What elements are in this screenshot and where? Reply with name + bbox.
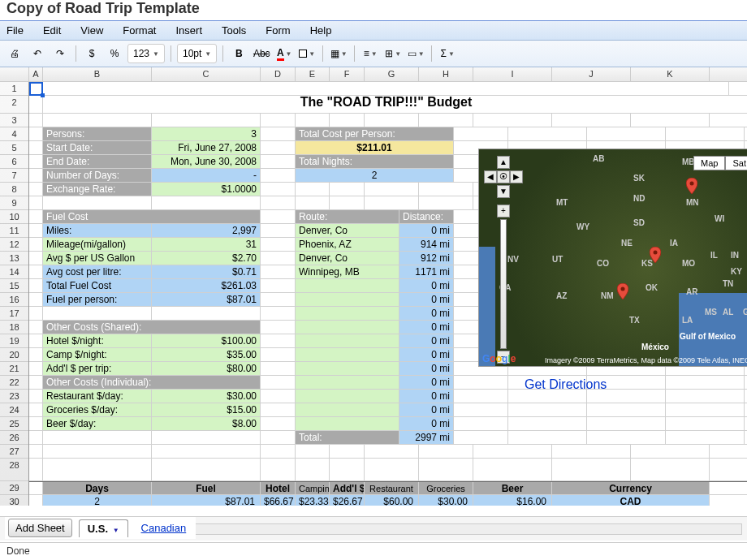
row-header[interactable]: 25: [0, 417, 28, 431]
bold-button[interactable]: B: [229, 44, 248, 63]
menu-form[interactable]: Form: [266, 24, 290, 37]
col-header[interactable]: D: [261, 67, 296, 81]
row-header[interactable]: 9: [0, 196, 28, 210]
fill-handle[interactable]: [41, 93, 45, 97]
undo-icon[interactable]: ↶: [28, 44, 47, 63]
format-more[interactable]: 123▼: [127, 44, 165, 63]
route-distance: 1171 mi: [399, 265, 454, 278]
column-headers: A B C D E F G H I J K: [0, 67, 747, 82]
row-header[interactable]: 21: [0, 362, 28, 376]
menu-tools[interactable]: Tools: [222, 24, 246, 37]
map-pan-left-icon[interactable]: ◀: [484, 170, 497, 183]
row-header[interactable]: 19: [0, 334, 28, 348]
row-header[interactable]: 8: [0, 183, 28, 196]
row-header[interactable]: 13: [0, 252, 28, 265]
row-header[interactable]: 11: [0, 224, 28, 238]
align-button[interactable]: ≡▼: [361, 44, 380, 63]
col-header[interactable]: G: [365, 67, 419, 81]
route-total-label: Total:: [296, 431, 399, 444]
col-header[interactable]: E: [296, 67, 330, 81]
row-header[interactable]: 16: [0, 293, 28, 307]
row-header[interactable]: 4: [0, 127, 28, 141]
row-header[interactable]: 27: [0, 445, 28, 459]
row-header[interactable]: 3: [0, 114, 28, 127]
row-header[interactable]: 18: [0, 321, 28, 334]
row-header[interactable]: 22: [0, 376, 28, 390]
col-header[interactable]: I: [473, 67, 552, 81]
map-pan-up-icon[interactable]: ▲: [497, 156, 510, 169]
other-ind-header: Other Costs (Individual):: [43, 376, 261, 389]
row-header[interactable]: 12: [0, 238, 28, 252]
route-distance: 0 mi: [399, 224, 454, 237]
row-header[interactable]: 15: [0, 279, 28, 293]
route-place: [296, 293, 399, 306]
route-total-value: 2997 mi: [399, 431, 454, 444]
map-pan-down-icon[interactable]: ▼: [497, 185, 510, 198]
menu-format[interactable]: Format: [123, 24, 156, 37]
menu-edit[interactable]: Edit: [43, 24, 61, 37]
menu-file[interactable]: File: [6, 24, 24, 37]
fuel-label: Mileage(mi/gallon): [43, 238, 152, 251]
menu-insert[interactable]: Insert: [175, 24, 202, 37]
insert-button[interactable]: ⊞▼: [383, 44, 403, 63]
text-color-button[interactable]: A▼: [274, 44, 294, 63]
row-header[interactable]: 5: [0, 141, 28, 155]
map-marker-icon[interactable]: [650, 247, 661, 263]
print-icon[interactable]: 🖨: [5, 44, 24, 63]
row-header[interactable]: 26: [0, 431, 28, 445]
menu-view[interactable]: View: [80, 24, 103, 37]
row-header[interactable]: 30: [0, 495, 28, 506]
row-header[interactable]: 20: [0, 348, 28, 362]
row-header[interactable]: 29: [0, 481, 28, 495]
row-header[interactable]: 6: [0, 155, 28, 169]
tn-value: 2: [296, 169, 454, 182]
fuel-value: $87.01: [152, 293, 261, 306]
redo-icon[interactable]: ↷: [50, 44, 70, 63]
embedded-map[interactable]: AB SK MB MT ND MN WY SD WI MI NE IA NV U…: [478, 149, 747, 367]
col-header[interactable]: F: [330, 67, 365, 81]
sheet-tab-canadian[interactable]: Canadian: [135, 519, 193, 536]
sheet-tab-us[interactable]: U.S. ▼: [79, 519, 128, 537]
col-header[interactable]: A: [29, 67, 43, 81]
row-header[interactable]: 23: [0, 390, 28, 403]
strike-button[interactable]: Abc: [252, 44, 271, 63]
format-percent[interactable]: %: [105, 44, 124, 63]
spreadsheet-grid[interactable]: A B C D E F G H I J K 123456789101112131…: [0, 67, 747, 506]
route-place: Denver, Co: [296, 224, 399, 237]
row-header[interactable]: 28: [0, 459, 28, 481]
col-header[interactable]: J: [552, 67, 631, 81]
row-header[interactable]: 7: [0, 169, 28, 183]
menu-help[interactable]: Help: [310, 24, 332, 37]
row-header[interactable]: 1: [0, 82, 28, 96]
map-zoom-slider[interactable]: [500, 219, 507, 349]
row-header[interactable]: 17: [0, 307, 28, 321]
map-pan-right-icon[interactable]: ▶: [510, 170, 523, 183]
route-place: Winnipeg, MB: [296, 265, 399, 278]
font-size-select[interactable]: 10pt▼: [177, 44, 217, 63]
formula-button[interactable]: Σ▼: [438, 44, 457, 63]
add-sheet-button[interactable]: Add Sheet: [8, 519, 72, 537]
row-header[interactable]: 2: [0, 96, 28, 114]
map-type-satellite[interactable]: Sat: [725, 156, 747, 170]
map-zoom-in-icon[interactable]: +: [497, 205, 510, 218]
map-recenter-icon[interactable]: ⦿: [497, 170, 510, 183]
borders-button[interactable]: ▦▼: [329, 44, 348, 63]
map-type-map[interactable]: Map: [693, 156, 725, 170]
col-header[interactable]: B: [43, 67, 152, 81]
row-header[interactable]: 14: [0, 265, 28, 279]
col-header[interactable]: C: [152, 67, 261, 81]
merge-button[interactable]: ▭▼: [406, 44, 425, 63]
row-header[interactable]: 10: [0, 210, 28, 224]
col-header[interactable]: H: [419, 67, 473, 81]
tcpp-label: Total Cost per Person:: [296, 127, 454, 140]
map-marker-icon[interactable]: [686, 178, 697, 194]
col-header[interactable]: K: [631, 67, 710, 81]
map-marker-icon[interactable]: [617, 283, 628, 299]
fuel-label: Total Fuel Cost: [43, 279, 152, 292]
route-distance: 0 mi: [399, 293, 454, 306]
fill-color-button[interactable]: ▼: [297, 44, 317, 63]
get-directions-link[interactable]: Get Directions: [525, 377, 607, 392]
row-header[interactable]: 24: [0, 403, 28, 417]
toolbar: 🖨 ↶ ↷ $ % 123▼ 10pt▼ B Abc A▼ ▼ ▦▼ ≡▼ ⊞▼…: [0, 41, 747, 67]
format-currency[interactable]: $: [82, 44, 101, 63]
